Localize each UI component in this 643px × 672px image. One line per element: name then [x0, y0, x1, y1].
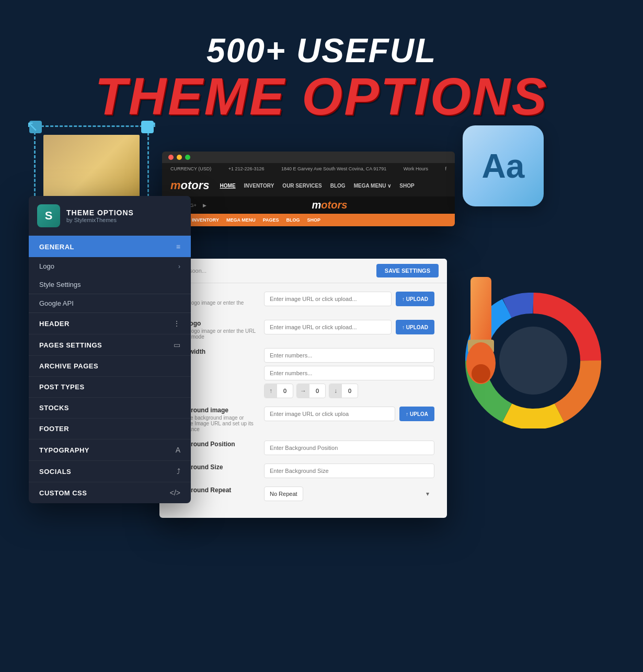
bg-repeat-row: Background Repeat No Repeat Repeat Repea… [172, 486, 434, 501]
hero-line1: 500+ USEFUL [0, 31, 643, 70]
hours-text: Work Hours [404, 166, 428, 171]
menu-label-google: Google API [39, 299, 74, 307]
bg-size-row: Background Size [172, 464, 434, 478]
menu-label-css: CUSTOM CSS [39, 489, 87, 497]
nav-blog[interactable]: BLOG [330, 183, 346, 189]
logo-width-inputs: ↑ → ↓ [264, 348, 434, 398]
menu-item-logo[interactable]: Logo › [29, 257, 191, 275]
num-down-input[interactable] [342, 388, 358, 394]
save-settings-button[interactable]: SAVE SETTINGS [376, 264, 439, 277]
theme-panel-logo: S [37, 204, 60, 227]
menu-label-socials: SOCIALS [39, 468, 71, 476]
browser-topbar [162, 152, 455, 163]
bg-position-input[interactable] [264, 441, 434, 455]
menu-item-post[interactable]: POST TYPES [29, 376, 191, 397]
logo-upload-button[interactable]: ↑ UPLOAD [396, 292, 434, 306]
nav2-pages[interactable]: PAGES [263, 217, 279, 223]
dark-logo-upload-button[interactable]: ↑ UPLOAD [396, 320, 434, 334]
nav2-mega[interactable]: MEGA MENU [226, 217, 256, 223]
num-down-btn[interactable]: ↓ [329, 384, 342, 398]
menu-item-archive[interactable]: ARCHIVE PAGES [29, 355, 191, 376]
menu-item-stocks[interactable]: STOCKS [29, 397, 191, 418]
bg-size-input-col [264, 464, 434, 478]
menu-label-footer: FOOTER [39, 425, 69, 433]
svg-rect-3 [470, 277, 491, 345]
nav-inventory[interactable]: INVENTORY [244, 183, 274, 189]
bg-position-input-col [264, 441, 434, 455]
paint-brush [434, 272, 528, 387]
menu-item-style[interactable]: Style Settings [29, 275, 191, 294]
motors-topbar1: CURRENCY (USD) +1 212-226-3126 1840 E Ga… [162, 163, 455, 175]
bg-size-input[interactable] [264, 464, 434, 478]
nav2-shop[interactable]: SHOP [307, 217, 321, 223]
menu-item-google[interactable]: Google API [29, 294, 191, 312]
logo-input-col: ↑ UPLOAD [264, 292, 434, 306]
nav-home[interactable]: HOME [220, 183, 236, 189]
motors-navbar2: HOME INVENTORY MEGA MENU PAGES BLOG SHOP [162, 214, 455, 226]
settings-topbar: Coming soon... SAVE SETTINGS [159, 259, 447, 283]
code-icon: </> [170, 489, 180, 497]
hero-section: 500+ USEFUL THEME OPTIONS [0, 0, 643, 122]
nav2-blog[interactable]: BLOG [286, 217, 300, 223]
menu-item-general[interactable]: GENERAL ≡ [29, 236, 191, 257]
motors-topbar2: f 🐦 G+ ▶ motors [162, 196, 455, 214]
motors-logo2: motors [312, 199, 347, 211]
typography-icon: A [176, 446, 180, 454]
svg-point-6 [472, 364, 490, 383]
nav2-inventory[interactable]: INVENTORY [192, 217, 219, 223]
theme-options-panel: S THEME OPTIONS by StylemixThemes GENERA… [29, 196, 191, 503]
logo-letter: S [45, 209, 53, 223]
logo-width-input1[interactable] [264, 348, 434, 363]
num-up-input[interactable] [277, 388, 293, 394]
settings-panel: Coming soon... SAVE SETTINGS Logo Upload… [159, 259, 447, 518]
dark-logo-input-col: ↑ UPLOAD [264, 320, 434, 334]
settings-body: Logo Upload logo image or enter the URL … [159, 283, 447, 518]
bg-repeat-select[interactable]: No Repeat Repeat Repeat X Repeat Y [264, 486, 303, 501]
menu-label-stocks: STOCKS [39, 404, 69, 412]
menu-label-general: GENERAL [39, 243, 74, 251]
panel-main-title: THEME OPTIONS [66, 208, 134, 217]
phone-text: +1 212-226-3126 [228, 166, 265, 171]
dark-logo-row: Dark logo Upload logo image or enter the… [172, 320, 434, 340]
num-group-down: ↓ [329, 384, 358, 398]
nav-mega[interactable]: MEGA MENU ∨ [354, 183, 392, 189]
num-right-btn[interactable]: → [297, 384, 309, 398]
menu-label-header: HEADER [39, 320, 70, 328]
hero-line2: THEME OPTIONS [0, 70, 643, 122]
address-text: 1840 E Garvey Ave South West Covina, CA … [281, 166, 386, 171]
menu-item-pages[interactable]: PAGES SETTINGS ▭ [29, 334, 191, 355]
motors-logo1: motors [170, 179, 210, 192]
menu-item-header[interactable]: HEADER ⋮ [29, 312, 191, 334]
menu-label-typography: TYPOGRAPHY [39, 446, 89, 454]
menu-item-socials[interactable]: SOCIALS ⤴ [29, 460, 191, 482]
number-inputs-row: ↑ → ↓ [264, 384, 434, 398]
menu-label-archive: ARCHIVE PAGES [39, 362, 98, 370]
theme-panel-header: S THEME OPTIONS by StylemixThemes [29, 196, 191, 236]
bg-image-url-input[interactable] [264, 407, 395, 421]
bg-repeat-select-wrapper: No Repeat Repeat Repeat X Repeat Y [264, 486, 434, 501]
menu-item-css[interactable]: CUSTOM CSS </> [29, 482, 191, 503]
dark-logo-url-input[interactable] [264, 320, 392, 334]
font-icon-text: Aa [482, 147, 525, 186]
bg-image-upload-button[interactable]: ↑ UPLOA [399, 407, 434, 421]
chevron-right-icon: › [178, 263, 180, 270]
browser-dot-green [185, 155, 190, 160]
share-icon: ⤴ [177, 467, 180, 476]
motors-nav-items1: HOME INVENTORY OUR SERVICES BLOG MEGA ME… [220, 183, 415, 189]
nav-services[interactable]: OUR SERVICES [282, 183, 321, 189]
logo-url-input[interactable] [264, 292, 392, 306]
logo-width-input2[interactable] [264, 366, 434, 380]
logo-width-row: Logo width ↑ → ↓ [172, 348, 434, 398]
menu-label-pages: PAGES SETTINGS [39, 341, 102, 349]
menu-item-footer[interactable]: FOOTER [29, 418, 191, 439]
facebook-icon: f [445, 166, 446, 171]
theme-panel-title: THEME OPTIONS by StylemixThemes [66, 208, 134, 223]
monitor-icon: ▭ [174, 341, 180, 349]
bg-repeat-input-col: No Repeat Repeat Repeat X Repeat Y [264, 486, 434, 501]
num-up-btn[interactable]: ↑ [265, 384, 277, 398]
num-right-input[interactable] [309, 388, 325, 394]
menu-item-typography[interactable]: TYPOGRAPHY A [29, 439, 191, 460]
nav-shop[interactable]: SHOP [399, 183, 414, 189]
social-yt: ▶ [203, 203, 206, 208]
motors-navbar1: motors HOME INVENTORY OUR SERVICES BLOG … [162, 175, 455, 196]
